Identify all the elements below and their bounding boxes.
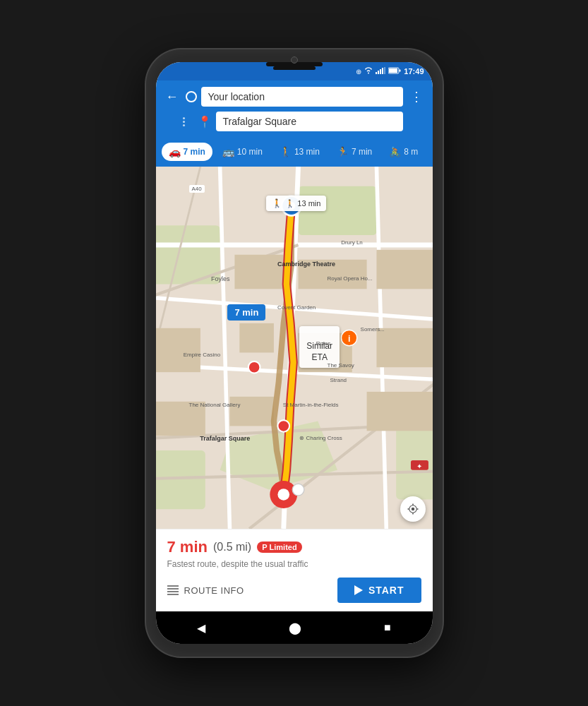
dest-row: 📍 Trafalgar Square <box>163 112 426 131</box>
map-label-coventgarden: Covent Garden <box>277 304 316 311</box>
route-info-label: ROUTE INFO <box>184 585 244 596</box>
route-description: Fastest route, despite the usual traffic <box>167 559 421 569</box>
android-back-button[interactable]: ◀ <box>197 621 205 635</box>
map-label-empirecasino: Empire Casino <box>184 352 220 358</box>
svg-point-40 <box>292 484 304 496</box>
parking-status: Limited <box>270 543 297 551</box>
svg-rect-7 <box>400 70 401 72</box>
map-label-charingcross: ⊗ Charing Cross <box>299 435 342 441</box>
svg-text:✦: ✦ <box>416 462 422 470</box>
map-label-rules: Rules <box>316 340 330 347</box>
location-status-icon: ⊕ <box>356 68 361 76</box>
walk-time-text: 🚶 13 min <box>285 199 320 208</box>
android-nav-bar: ◀ ⬤ ■ <box>156 611 433 644</box>
svg-rect-6 <box>389 68 397 73</box>
car-icon: 🚗 <box>169 146 181 157</box>
route-time-text: 7 min <box>234 307 258 318</box>
svg-rect-11 <box>156 450 205 509</box>
svg-rect-12 <box>396 421 433 499</box>
tab-rideshare-label: 7 min <box>352 147 372 157</box>
svg-marker-56 <box>354 585 363 595</box>
map-label-savoy: The Savoy <box>328 362 354 369</box>
map-label-a40: A40 <box>189 185 205 193</box>
speaker <box>273 66 316 70</box>
parking-badge: P Limited <box>257 542 301 553</box>
bus-icon: 🚌 <box>222 146 234 157</box>
svg-point-50 <box>411 508 414 511</box>
camera <box>291 56 298 64</box>
signal-icon <box>376 67 385 76</box>
tab-walking[interactable]: 🚶 13 min <box>272 143 327 161</box>
map-label-somers: Somers... <box>361 326 385 333</box>
route-dots <box>180 116 188 128</box>
tab-driving[interactable]: 🚗 7 min <box>162 143 212 161</box>
tab-walk-label: 13 min <box>294 147 320 157</box>
android-recent-button[interactable]: ■ <box>384 621 391 634</box>
map-label-foyles: Foyles <box>211 275 230 282</box>
tab-transit[interactable]: 🚌 10 min <box>215 143 270 161</box>
svg-rect-4 <box>384 67 385 74</box>
svg-point-42 <box>248 361 260 373</box>
tab-cycle-label: 8 m <box>404 147 418 157</box>
current-location-button[interactable] <box>400 496 426 522</box>
svg-rect-29 <box>239 323 274 353</box>
phone-device: ⊕ <box>146 49 443 657</box>
svg-rect-35 <box>366 392 432 431</box>
svg-text:i: i <box>347 334 349 344</box>
route-summary: 7 min (0.5 mi) P Limited <box>167 538 421 556</box>
route-time: 7 min <box>167 538 208 556</box>
start-button[interactable]: START <box>337 578 421 603</box>
route-info-button[interactable]: ROUTE INFO <box>167 585 244 596</box>
svg-point-39 <box>277 489 289 501</box>
walk-time-badge: 🚶 🚶 13 min <box>266 196 326 211</box>
walk-icon: 🚶 <box>280 146 292 157</box>
map-label-stmartins: St Martin-in-the-Fields <box>283 402 339 408</box>
route-distance: (0.5 mi) <box>213 541 251 554</box>
nav-header: ← Your location ⋮ 📍 Trafalgar Square <box>156 80 433 143</box>
origin-icon <box>186 91 197 102</box>
map-label-cambridge: Cambridge Theatre <box>277 261 335 268</box>
svg-point-43 <box>277 420 289 432</box>
map-label-nationalgallery: The National Gallery <box>189 402 241 408</box>
svg-rect-1 <box>378 71 379 74</box>
tab-cycling[interactable]: 🚴 8 m <box>382 143 425 161</box>
map-container[interactable]: P i ✦ 🚶 🚶 13 min 7 min Similar ETA <box>156 167 433 529</box>
android-home-button[interactable]: ⬤ <box>289 621 301 635</box>
battery-icon <box>388 67 401 76</box>
svg-rect-31 <box>376 328 433 367</box>
more-options-button[interactable]: ⋮ <box>407 86 426 107</box>
status-time: 17:49 <box>404 67 424 76</box>
walk-icon-badge: 🚶 <box>272 198 282 208</box>
svg-rect-28 <box>376 250 433 289</box>
back-button[interactable]: ← <box>163 87 181 107</box>
map-label-trafalgarsq: Trafalgar Square <box>200 435 250 442</box>
svg-rect-2 <box>380 69 381 74</box>
svg-rect-26 <box>234 255 283 289</box>
svg-rect-32 <box>156 328 200 372</box>
origin-row: ← Your location ⋮ <box>163 86 426 107</box>
start-label: START <box>368 585 404 596</box>
tab-transit-label: 10 min <box>237 147 263 157</box>
origin-input[interactable]: Your location <box>201 87 403 107</box>
status-bar: ⊕ <box>156 62 433 80</box>
person-icon: 🏃 <box>337 146 349 157</box>
tab-driving-label: 7 min <box>184 147 205 157</box>
svg-rect-3 <box>382 68 383 74</box>
transport-tabs: 🚗 7 min 🚌 10 min 🚶 13 min 🏃 7 min 🚴 8 m <box>156 143 433 167</box>
tab-rideshare[interactable]: 🏃 7 min <box>330 143 379 161</box>
map-label-strand: Strand <box>330 377 347 383</box>
action-row: ROUTE INFO START <box>167 578 421 603</box>
route-time-badge: 7 min <box>227 304 265 321</box>
phone-screen: ⊕ <box>156 62 433 644</box>
wifi-icon <box>364 67 373 76</box>
status-icons: ⊕ <box>356 67 424 76</box>
map-label-drurylane: Drury Ln <box>341 239 363 246</box>
bottom-panel: 7 min (0.5 mi) P Limited Fastest route, … <box>156 529 433 611</box>
destination-input[interactable]: Trafalgar Square <box>216 112 403 131</box>
bike-icon: 🚴 <box>389 146 401 157</box>
dest-pin-icon: 📍 <box>198 115 212 128</box>
svg-rect-0 <box>376 72 377 74</box>
svg-rect-34 <box>229 397 273 426</box>
parking-p-icon: P <box>262 543 267 551</box>
map-label-royalopera: Royal Opera Ho... <box>328 275 373 282</box>
